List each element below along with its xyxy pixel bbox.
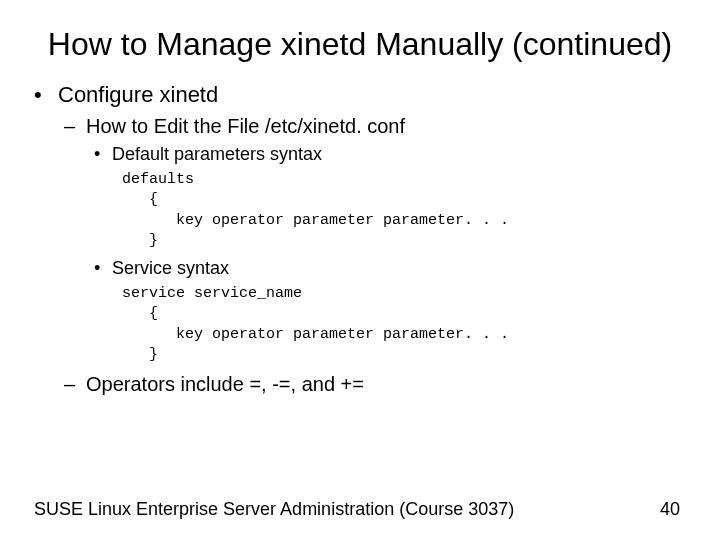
bullet-l3-defaults: Default parameters syntax defaults { key… xyxy=(94,141,696,251)
slide: How to Manage xinetd Manually (continued… xyxy=(0,0,720,540)
slide-body: Configure xinetd How to Edit the File /e… xyxy=(0,78,720,399)
bullet-l3-service-text: Service syntax xyxy=(112,258,229,278)
page-number: 40 xyxy=(660,499,680,520)
code-block-defaults: defaults { key operator parameter parame… xyxy=(94,170,696,251)
bullet-l1-text: Configure xinetd xyxy=(58,82,218,107)
bullet-l3-service: Service syntax service service_name { ke… xyxy=(94,255,696,365)
bullet-l2-edit-file-text: How to Edit the File /etc/xinetd. conf xyxy=(86,115,405,137)
bullet-l3-defaults-text: Default parameters syntax xyxy=(112,144,322,164)
footer-text: SUSE Linux Enterprise Server Administrat… xyxy=(34,499,514,520)
code-block-service: service service_name { key operator para… xyxy=(94,284,696,365)
bullet-l2-operators-text: Operators include =, -=, and += xyxy=(86,373,364,395)
bullet-l1: Configure xinetd How to Edit the File /e… xyxy=(34,78,696,399)
bullet-l2-operators: Operators include =, -=, and += xyxy=(64,369,696,399)
slide-title: How to Manage xinetd Manually (continued… xyxy=(0,0,720,78)
bullet-l2-edit-file: How to Edit the File /etc/xinetd. conf D… xyxy=(64,111,696,365)
footer: SUSE Linux Enterprise Server Administrat… xyxy=(34,499,680,520)
